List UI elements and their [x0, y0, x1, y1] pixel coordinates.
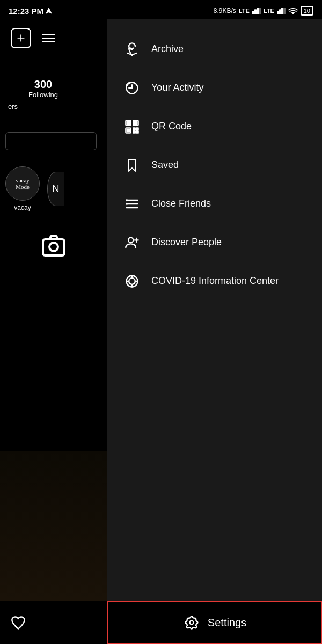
settings-bar[interactable]: Settings [107, 601, 322, 644]
highlight-vacay[interactable]: vacayMode vacay [5, 166, 40, 211]
menu-item-close-friends[interactable]: Close Friends [107, 185, 322, 223]
svg-rect-20 [127, 129, 130, 132]
svg-marker-28 [127, 199, 129, 202]
navigation-icon [46, 8, 52, 14]
edit-profile-input[interactable] [5, 132, 97, 150]
menu-item-qr-code[interactable]: QR Code [107, 107, 322, 146]
close-friends-icon [123, 195, 141, 213]
right-panel: Archive Your Activity [107, 19, 322, 644]
main-layout: ers 300 Following vacayMode vacay N [0, 19, 322, 644]
menu-item-archive[interactable]: Archive [107, 30, 322, 69]
svg-marker-0 [46, 8, 52, 13]
menu-item-saved[interactable]: Saved [107, 146, 322, 185]
svg-rect-16 [127, 122, 130, 125]
bg-image-area [0, 451, 107, 601]
covid-info-icon [123, 273, 141, 290]
svg-point-13 [49, 243, 58, 251]
saved-label: Saved [151, 159, 179, 171]
camera-area [0, 217, 107, 275]
lte-icon: LTE [239, 8, 250, 14]
your-activity-label: Your Activity [151, 82, 203, 94]
bottom-nav-left [0, 601, 107, 644]
vacay-text: vacayMode [16, 177, 30, 190]
plus-icon [16, 33, 26, 43]
archive-label: Archive [151, 43, 184, 55]
svg-point-9 [292, 13, 294, 14]
status-right: 8.9KB/s LTE LTE 10 [214, 6, 313, 16]
profile-stats: ers 300 Following [0, 57, 107, 121]
svg-rect-5 [277, 11, 279, 14]
signal-icon-2 [277, 8, 286, 14]
archive-icon [123, 41, 141, 58]
add-post-button[interactable] [11, 28, 31, 48]
svg-point-39 [189, 621, 193, 625]
person-camera-icon [41, 233, 67, 259]
heart-icon[interactable] [11, 616, 26, 630]
left-panel: ers 300 Following vacayMode vacay N [0, 19, 107, 644]
highlight-partial-circle: N [47, 172, 64, 206]
menu-item-covid-info[interactable]: COVID-19 Information Center [107, 262, 322, 301]
your-activity-icon [123, 79, 141, 97]
covid-info-label: COVID-19 Information Center [151, 275, 279, 287]
svg-rect-1 [252, 11, 254, 14]
highlight-partial[interactable]: N [47, 172, 64, 206]
saved-icon [123, 157, 141, 174]
svg-rect-7 [281, 8, 283, 14]
svg-rect-6 [279, 10, 281, 14]
menu-list: Archive Your Activity [107, 19, 322, 601]
following-stat: 300 Following [28, 78, 58, 99]
lte-icon-2: LTE [264, 8, 274, 14]
settings-label: Settings [208, 617, 246, 629]
svg-rect-21 [133, 128, 135, 130]
status-bar: 12:23 PM 8.9KB/s LTE LTE 10 [0, 0, 322, 19]
qr-code-icon [123, 118, 141, 135]
header-icons [0, 19, 107, 57]
partial-label-text: N [53, 184, 60, 195]
svg-point-34 [129, 278, 135, 284]
highlight-vacay-label: vacay [14, 204, 31, 211]
following-count: 300 [34, 78, 52, 91]
settings-icon [183, 614, 200, 631]
menu-item-discover-people[interactable]: Discover People [107, 223, 322, 262]
svg-rect-8 [283, 8, 285, 14]
svg-marker-29 [127, 203, 129, 206]
qr-code-label: QR Code [151, 120, 192, 133]
svg-rect-24 [136, 131, 138, 133]
following-label: Following [28, 91, 58, 99]
highlights-row: vacayMode vacay N [0, 161, 107, 217]
menu-item-your-activity[interactable]: Your Activity [107, 69, 322, 107]
network-speed: 8.9KB/s [214, 7, 236, 14]
battery-icon: 10 [301, 6, 313, 16]
status-time: 12:23 PM [9, 6, 52, 16]
edit-profile-area [5, 132, 102, 150]
svg-rect-18 [135, 122, 137, 125]
menu-button[interactable] [42, 34, 55, 42]
svg-rect-23 [133, 131, 135, 133]
discover-people-label: Discover People [151, 236, 222, 248]
svg-rect-4 [259, 8, 260, 14]
svg-rect-3 [257, 8, 258, 14]
followers-partial-label: ers [5, 78, 18, 111]
svg-rect-22 [136, 128, 138, 130]
svg-rect-2 [254, 10, 256, 14]
signal-icon-1 [252, 8, 261, 14]
discover-people-icon [123, 234, 141, 251]
wifi-icon [288, 7, 298, 14]
close-friends-label: Close Friends [151, 197, 211, 210]
svg-point-30 [128, 238, 133, 243]
highlight-vacay-circle: vacayMode [5, 166, 40, 201]
